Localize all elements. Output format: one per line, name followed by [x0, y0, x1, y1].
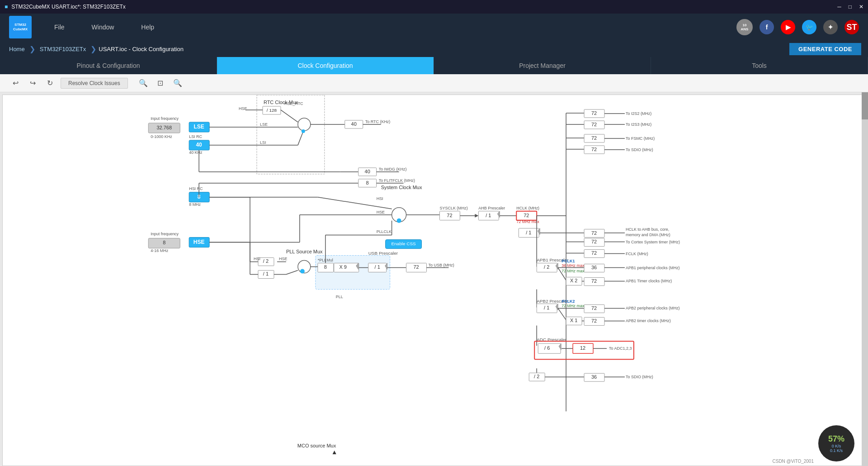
main-area: Input frequency 32.768 0-1000 KHz LSE LS… [0, 92, 868, 466]
resolve-clock-button[interactable]: Resolve Clock Issues [61, 78, 128, 89]
network-icon[interactable]: ✦ [823, 20, 838, 34]
sysclk-val: 72 [447, 213, 452, 218]
apb1-periph-val: 36 [591, 265, 597, 270]
rtc-val: 40 [351, 121, 357, 127]
pllclk-label-mux: PLLCLK [377, 229, 392, 234]
menu-help[interactable]: Help [137, 21, 159, 33]
generate-code-button[interactable]: GENERATE CODE [789, 43, 861, 55]
ahb-val: / 1 [486, 213, 491, 218]
tab-pinout[interactable]: Pinout & Configuration [0, 57, 217, 74]
scrollbar[interactable] [862, 92, 868, 466]
apb2-timer-val: 72 [591, 318, 597, 323]
pclk1-max: 36 MHz max [561, 263, 585, 268]
hsi-rc-label: HSI RC [189, 186, 203, 191]
apb2-periph-val: 72 [591, 305, 597, 311]
to-fclk-label: FCLK (MHz) [626, 252, 648, 256]
div128-val: / 128 [267, 108, 277, 113]
apb1-timer-label: APB1 Timer clocks (MHz) [626, 279, 672, 283]
maximize-button[interactable]: □ [849, 4, 852, 10]
credit-label: CSDN @ViTO_2001 [773, 459, 814, 464]
pclk1-label: PCLK1 [561, 259, 575, 263]
net-down: 0 K/s [832, 444, 841, 448]
pll-mul-val: X 9 [340, 264, 347, 270]
lsi-label-mux: LSI [260, 140, 266, 145]
title-bar: ■ STM32CubeMX USART.ioc*: STM32F103ZETx … [0, 0, 868, 14]
twitter-icon[interactable]: 🐦 [802, 20, 816, 34]
breadcrumb-sep-2: ❯ [90, 45, 96, 53]
to-hclk-label: HCLK to AHB bus, core, [626, 227, 669, 232]
fit-button[interactable]: ⊡ [154, 77, 167, 90]
pll-input-val: 8 [324, 264, 327, 270]
app-logo: STM32CubeMX [9, 16, 32, 38]
breadcrumb-home[interactable]: Home [7, 45, 27, 53]
toolbar: ↩ ↪ ↻ Resolve Clock Issues 🔍 ⊡ 🔍 [0, 74, 868, 92]
svg-point-16 [302, 129, 305, 133]
youtube-icon[interactable]: ▶ [781, 20, 795, 34]
menu-file[interactable]: File [50, 21, 69, 33]
close-button[interactable]: ✕ [859, 4, 863, 10]
mco-arrow: ▲ [331, 448, 338, 456]
hse-pll-label: HSE [279, 257, 287, 261]
zoom-out-button[interactable]: 🔍 [171, 77, 184, 90]
sdio-bottom-val: 36 [591, 374, 597, 380]
hsi-pll-label: HSI [254, 257, 260, 261]
scrollbar-thumb[interactable] [862, 92, 868, 119]
apb2-timer-label: APB2 timer clocks (MHz) [626, 319, 671, 323]
i2s3-val: 72 [591, 122, 597, 127]
hclk-max: 72 MHz max [516, 219, 539, 224]
lse-label: LSE [193, 124, 204, 130]
adc-div-val: / 6 [544, 345, 550, 351]
pclk2-label: PCLK2 [561, 299, 575, 304]
status-widget: 57% 0 K/s 0.1 K/s [818, 425, 854, 461]
input-freq-label-1: Input frequency [151, 116, 179, 121]
lse-label-mux: LSE [260, 122, 268, 127]
logo-text: STM32CubeMX [13, 23, 28, 31]
to-usb-label: To USB (MHz) [429, 263, 454, 267]
pll-label: PLL [336, 295, 343, 299]
undo-button[interactable]: ↩ [9, 77, 22, 90]
div1-cortex: / 1 [526, 230, 531, 235]
sysclk-label: SYSCLK (MHz) [439, 206, 467, 210]
hsi-label-mux: HSI [377, 196, 383, 201]
breadcrumb-device[interactable]: STM32F103ZETx [38, 45, 89, 53]
tab-clock[interactable]: Clock Configuration [217, 57, 434, 74]
redo-button[interactable]: ↪ [26, 77, 39, 90]
clock-diagram-svg: Input frequency 32.768 0-1000 KHz LSE LS… [3, 95, 868, 466]
div2-bottom-val: / 2 [534, 374, 539, 379]
st-logo[interactable]: ST [844, 20, 859, 34]
to-hclk-label2: memory and DMA (MHz) [626, 233, 670, 237]
refresh-button[interactable]: ↻ [43, 77, 56, 90]
hclk-ahb-val: 72 [591, 230, 597, 236]
anniversary-badge: 10ANS [736, 19, 753, 35]
input-freq-val-2: 8 [163, 240, 165, 246]
pll-source-mux-label: PLL Source Mux [286, 249, 323, 254]
tab-tools[interactable]: Tools [651, 57, 868, 74]
menu-window[interactable]: Window [87, 21, 119, 33]
tab-bar: Pinout & Configuration Clock Configurati… [0, 57, 868, 74]
minimize-button[interactable]: ─ [837, 4, 841, 10]
clock-diagram-canvas[interactable]: Input frequency 32.768 0-1000 KHz LSE LS… [2, 95, 868, 466]
rtc-mux-circle [298, 118, 311, 131]
svg-point-35 [397, 219, 401, 223]
tab-project[interactable]: Project Manager [434, 57, 651, 74]
to-sdio-label: To SDIO (MHz) [626, 147, 653, 152]
zoom-in-button[interactable]: 🔍 [137, 77, 150, 90]
fclk-val: 72 [591, 250, 597, 256]
to-adc-label: To ADC1,2,3 [609, 346, 632, 351]
pclk2-max: 72 MHz max [561, 304, 585, 308]
adc-val: 12 [580, 345, 585, 351]
hse-rtc-label2: HSE_RTC [284, 101, 303, 106]
i2s2-val: 72 [591, 110, 597, 116]
window-title: STM32CubeMX USART.ioc*: STM32F103ZETx [11, 4, 126, 10]
hclk-label: HCLK (MHz) [516, 206, 539, 210]
hclk-val: 72 [524, 213, 529, 218]
system-clock-mux-label: System Clock Mux [381, 185, 422, 190]
lsi-rc-label: LSI RC [189, 134, 202, 139]
input-freq-val-1: 32.768 [156, 125, 172, 130]
facebook-icon[interactable]: f [760, 20, 774, 34]
x2-val: X 2 [570, 278, 577, 283]
pll-div1-val: / 1 [263, 271, 269, 276]
to-i2s2-label: To I2S2 (MHz) [626, 111, 651, 116]
sdio-val: 72 [591, 147, 597, 152]
usb-prescaler-label: USB Prescaler [368, 251, 398, 256]
